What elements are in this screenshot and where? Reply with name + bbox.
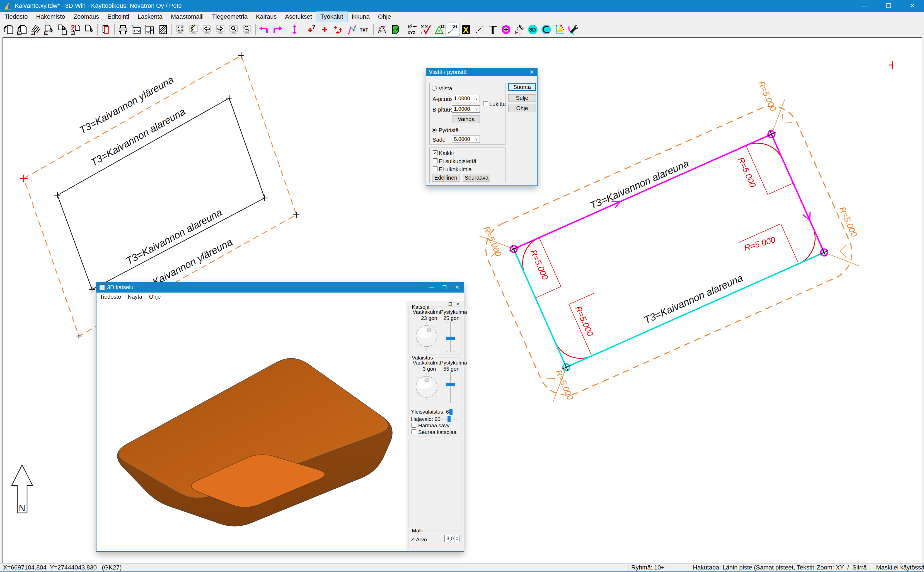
menu-ikkuna[interactable]: Ikkuna <box>348 12 374 22</box>
a-pituus-combo[interactable]: 1.0000∨ <box>452 95 480 102</box>
a-pituus-value: 1.0000 <box>454 95 470 101</box>
view-left-icon <box>201 24 213 35</box>
menu-zoomaus[interactable]: Zoomaus <box>70 12 103 22</box>
menu-näytä[interactable]: Näytä <box>124 294 146 300</box>
viewer3d-maximize-button[interactable]: ☐ <box>438 282 451 292</box>
point-add-button[interactable] <box>318 23 332 36</box>
dialog-close-icon[interactable]: ✕ <box>526 69 537 75</box>
sulje-button[interactable]: Sulje <box>508 94 536 101</box>
line-annotate-icon: x21 <box>447 24 458 35</box>
point-query-button[interactable]: ? <box>305 23 318 36</box>
viewer3d-render-area[interactable] <box>97 301 406 551</box>
menu-tiegeometria[interactable]: Tiegeometria <box>208 12 252 22</box>
redo-button[interactable] <box>271 23 284 36</box>
valaistus-knob[interactable] <box>413 373 441 401</box>
page-setup-button[interactable]: xIW <box>143 23 157 36</box>
vaihda-label: Vaihda <box>458 116 475 123</box>
close-button[interactable]: ✕ <box>900 0 924 12</box>
file-import-button[interactable] <box>29 23 42 36</box>
circle-point-button[interactable] <box>499 23 513 36</box>
panel-close-icon[interactable]: ✕ <box>456 302 460 307</box>
menu-työkalut[interactable]: Työkalut <box>316 12 348 22</box>
point-check-button[interactable]: X Xx <box>419 23 432 36</box>
line-draw-button[interactable] <box>345 23 358 36</box>
edit-draw-button[interactable] <box>513 23 526 36</box>
menu-laskenta[interactable]: Laskenta <box>134 12 167 22</box>
view-left-button[interactable] <box>200 23 214 36</box>
print-scale-button[interactable]: x1:50 <box>130 23 143 36</box>
menu-ohje[interactable]: Ohje <box>374 12 395 22</box>
hatch-sheet-button[interactable] <box>157 23 170 36</box>
triangle-model-button[interactable]: 12X <box>432 23 446 36</box>
katsoja-pysty-slider[interactable] <box>445 320 456 353</box>
file-write-button[interactable] <box>82 23 96 36</box>
menu-hakemisto[interactable]: Hakemisto <box>32 12 70 22</box>
file-open-dialog-button[interactable] <box>16 23 29 36</box>
view-3d-icon: 3D <box>527 24 538 35</box>
view-right-button[interactable] <box>214 23 227 36</box>
maximize-button[interactable]: ☐ <box>876 0 900 12</box>
menu-editointi[interactable]: Editointi <box>103 12 133 22</box>
sade-combo[interactable]: 5.0000∨ <box>452 135 480 143</box>
undo-button[interactable] <box>257 23 271 36</box>
point-add-multi-button[interactable] <box>332 23 345 36</box>
angle-measure-button[interactable]: AαB <box>375 23 389 36</box>
view-right-icon <box>215 24 226 35</box>
print-button[interactable] <box>116 23 130 36</box>
file-open-button[interactable] <box>2 23 16 36</box>
menu-kairaus[interactable]: Kairaus <box>252 12 281 22</box>
menu-maastomalli[interactable]: Maastomalli <box>167 12 208 22</box>
viista-radio[interactable] <box>432 86 436 91</box>
seuraava-button[interactable]: Seuraava <box>463 174 490 182</box>
lukittu-checkbox[interactable] <box>483 101 488 106</box>
harmaa-savy-checkbox[interactable] <box>412 423 416 427</box>
katsoja-knob[interactable] <box>413 322 441 350</box>
file-save-browse-button[interactable] <box>56 23 69 36</box>
fit-view-button[interactable] <box>174 23 187 36</box>
line-annotate-button[interactable]: x21 <box>446 23 459 36</box>
view-previous-button[interactable] <box>187 23 200 36</box>
viewer3d-minimize-button[interactable]: — <box>425 282 438 292</box>
file-stack-button[interactable] <box>99 23 113 36</box>
coord-xyz-button[interactable]: XYZ <box>406 23 419 36</box>
vaihda-button[interactable]: Vaihda <box>452 115 480 123</box>
viewer3d-close-button[interactable]: ✕ <box>451 282 464 292</box>
valaistus-pysty-slider[interactable] <box>445 371 456 404</box>
pyorista-radio[interactable] <box>432 128 436 132</box>
kaikki-checkbox[interactable]: ✓ <box>433 150 438 155</box>
status-ryhma: Ryhmä: 10+ <box>628 564 690 572</box>
menu-ohje[interactable]: Ohje <box>146 294 164 300</box>
menu-tiedosto[interactable]: Tiedosto <box>0 12 32 22</box>
text-add-button[interactable]: TXT <box>358 23 372 36</box>
malli-group: Malli Z-Arvo 3,0 ▲▼ <box>408 530 461 548</box>
dialog-titlebar: Viistä / pyöristä ✕ <box>426 68 537 76</box>
ei-sulkupistetta-checkbox[interactable] <box>433 159 438 163</box>
suorita-button[interactable]: Suorita <box>508 83 536 91</box>
pole-button[interactable] <box>486 23 499 36</box>
zoom-in-button[interactable] <box>227 23 240 36</box>
rotate-3d-button[interactable] <box>539 23 553 36</box>
minimize-button[interactable]: — <box>853 0 876 12</box>
menu-tiedosto[interactable]: Tiedosto <box>96 294 124 300</box>
svg-text:m²: m² <box>393 27 398 31</box>
tools-settings-button[interactable] <box>566 23 580 36</box>
edellinen-button[interactable]: Edellinen <box>432 174 460 182</box>
zoom-out-button[interactable] <box>240 23 254 36</box>
spot-elevations-button[interactable] <box>553 23 566 36</box>
divide-line-button[interactable] <box>473 23 486 36</box>
delete-element-button[interactable]: X <box>459 23 473 36</box>
file-query-button[interactable]: ? <box>69 23 82 36</box>
menu-asetukset[interactable]: Asetukset <box>281 12 316 22</box>
view-3d-button[interactable]: 3D <box>526 23 539 36</box>
seuraa-katsojaa-checkbox[interactable] <box>412 429 416 434</box>
z-arvo-spin-arrows[interactable]: ▲▼ <box>455 535 459 542</box>
move-element-button[interactable] <box>288 23 301 36</box>
panel-float-icon[interactable]: ❐ <box>448 302 452 307</box>
chamfer-round-group: Viistä A-pituus 1.0000∨ Lukittu B-pituus… <box>429 83 505 145</box>
file-save-button[interactable] <box>42 23 56 36</box>
ohje-button[interactable]: Ohje <box>508 104 536 112</box>
b-pituus-combo[interactable]: 1.0000∨ <box>452 106 480 113</box>
z-arvo-spinner[interactable]: 3,0 ▲▼ <box>444 535 460 542</box>
ei-ulkokulmia-checkbox[interactable] <box>433 166 438 171</box>
area-measure-button[interactable]: m² <box>389 23 402 36</box>
